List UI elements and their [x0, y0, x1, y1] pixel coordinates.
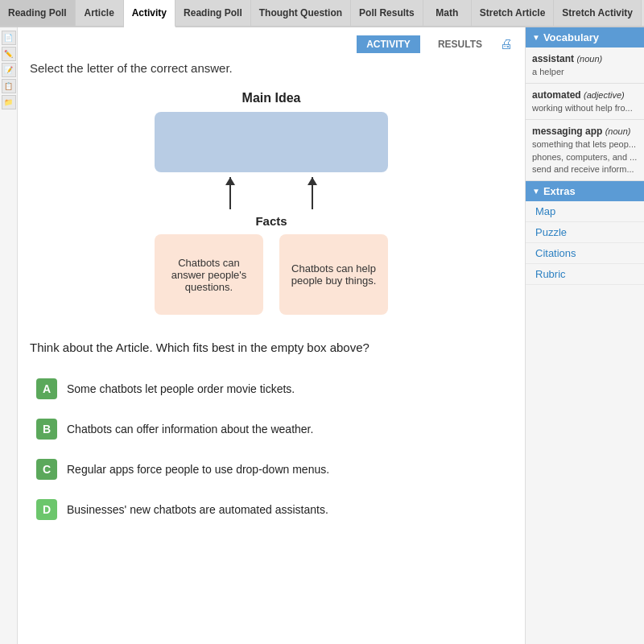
vocabulary-section: ▼ Vocabulary assistant (noun) a helper a… [526, 27, 644, 181]
vocabulary-label: Vocabulary [543, 31, 599, 43]
vocab-pos-messaging-app: (noun) [605, 126, 631, 136]
question-text: Think about the Article. Which fits best… [30, 339, 513, 357]
sidebar-icon-1[interactable]: 📄 [2, 31, 16, 45]
vocab-word-messaging-app: messaging app [532, 126, 602, 137]
extras-section: ▼ Extras Map Puzzle Citations Rubric [526, 181, 644, 285]
vocabulary-header[interactable]: ▼ Vocabulary [526, 27, 644, 47]
fact-box-2: Chatbots can help people buy things. [279, 234, 388, 315]
vocab-pos-automated: (adjective) [584, 90, 625, 100]
tab-reading-poll-2[interactable]: Reading Poll [175, 0, 251, 26]
answer-row-c[interactable]: C Regular apps force people to use drop-… [30, 454, 513, 485]
extras-header[interactable]: ▼ Extras [526, 181, 644, 201]
vocab-item-assistant: assistant (noun) a helper [526, 47, 644, 84]
extras-item-rubric[interactable]: Rubric [526, 264, 644, 285]
results-button[interactable]: RESULTS [428, 35, 492, 53]
tab-math[interactable]: Math [423, 0, 472, 26]
sidebar-icon-2[interactable]: ✏️ [2, 47, 16, 61]
vocab-def-automated: working without help fro... [532, 102, 638, 114]
tab-activity[interactable]: Activity [124, 0, 175, 27]
tab-article[interactable]: Article [76, 0, 124, 26]
answer-letter-d: D [36, 499, 57, 520]
top-navigation: Reading Poll Article Activity Reading Po… [0, 0, 644, 27]
extras-collapse-icon: ▼ [532, 187, 540, 196]
vocab-def-messaging-app: something that lets peop... phones, comp… [532, 138, 638, 175]
vocab-def-assistant: a helper [532, 66, 638, 78]
answer-row-a[interactable]: A Some chatbots let people order movie t… [30, 374, 513, 404]
vocab-item-messaging-app: messaging app (noun) something that lets… [526, 120, 644, 181]
vocab-pos-assistant: (noun) [576, 54, 602, 64]
answer-text-c: Regular apps force people to use drop-do… [67, 463, 329, 476]
tab-reading-poll[interactable]: Reading Poll [0, 0, 76, 26]
vocabulary-collapse-icon: ▼ [532, 33, 540, 42]
arrow-right [312, 177, 313, 209]
sidebar-icon-5[interactable]: 📁 [2, 95, 16, 109]
vocab-item-automated: automated (adjective) working without he… [526, 84, 644, 120]
answer-choices: A Some chatbots let people order movie t… [30, 374, 513, 525]
answer-row-d[interactable]: D Businesses' new chatbots are automated… [30, 494, 513, 525]
answer-text-d: Businesses' new chatbots are automated a… [67, 503, 328, 516]
answer-row-b[interactable]: B Chatbots can offer information about t… [30, 414, 513, 444]
instruction-text: Select the letter of the correct answer. [30, 61, 513, 75]
answer-text-b: Chatbots can offer information about the… [67, 423, 313, 436]
right-sidebar: ▼ Vocabulary assistant (noun) a helper a… [525, 27, 644, 644]
vocab-word-assistant: assistant [532, 53, 574, 64]
fact-box-1: Chatbots can answer people's questions. [155, 234, 263, 315]
main-layout: 📄 ✏️ 📝 📋 📁 ACTIVITY RESULTS 🖨 Select the… [0, 27, 644, 644]
print-button[interactable]: 🖨 [500, 37, 513, 52]
activity-button[interactable]: ACTIVITY [357, 35, 420, 53]
extras-item-map[interactable]: Map [526, 201, 644, 222]
facts-label: Facts [255, 214, 287, 228]
arrow-left [229, 177, 231, 209]
answer-letter-c: C [36, 459, 57, 480]
main-idea-label: Main Idea [242, 91, 301, 105]
main-idea-diagram: Main Idea Facts Chatbots can answer peop… [30, 91, 513, 315]
tab-stretch-activity[interactable]: Stretch Activity [554, 0, 642, 26]
tab-stretch-article[interactable]: Stretch Article [472, 0, 555, 26]
activity-toolbar: ACTIVITY RESULTS 🖨 [30, 35, 513, 53]
content-area: ACTIVITY RESULTS 🖨 Select the letter of … [18, 27, 525, 644]
facts-boxes-row: Chatbots can answer people's questions. … [155, 234, 388, 315]
extras-item-puzzle[interactable]: Puzzle [526, 222, 644, 243]
answer-letter-b: B [36, 419, 57, 440]
vocab-word-automated: automated [532, 89, 581, 101]
left-sidebar: 📄 ✏️ 📝 📋 📁 [0, 27, 18, 644]
extras-label: Extras [543, 185, 576, 197]
tab-thought-question[interactable]: Thought Question [251, 0, 351, 26]
sidebar-icon-4[interactable]: 📋 [2, 79, 16, 93]
facts-section: Facts Chatbots can answer people's quest… [155, 214, 388, 315]
arrows-row [229, 177, 313, 209]
extras-item-citations[interactable]: Citations [526, 243, 644, 264]
tab-poll-results[interactable]: Poll Results [351, 0, 423, 26]
main-idea-box [155, 112, 388, 172]
sidebar-icon-3[interactable]: 📝 [2, 63, 16, 77]
answer-letter-a: A [36, 378, 57, 399]
answer-text-a: Some chatbots let people order movie tic… [67, 382, 295, 395]
